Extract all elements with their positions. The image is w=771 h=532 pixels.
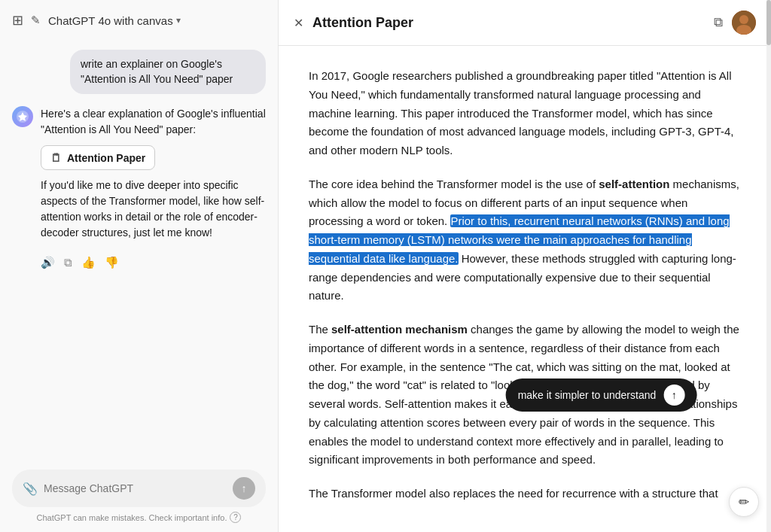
tooltip-send-button[interactable]: ↑ [663,385,684,406]
assistant-text-block: Here's a clear explanation of Google's i… [41,106,266,241]
help-icon[interactable]: ? [230,512,241,523]
edit-fab-button[interactable]: ✏ [729,487,759,517]
app-title: ChatGPT 4o with canvas ▾ [48,14,181,27]
thumbs-up-icon[interactable]: 👍 [81,256,96,269]
send-button[interactable]: ↑ [233,477,255,500]
tooltip-bar: make it simpler to understand ↑ [506,378,697,412]
speaker-icon[interactable]: 🔊 [41,256,55,269]
chevron-down-icon[interactable]: ▾ [176,15,181,26]
document-content: In 2017, Google researchers published a … [279,46,771,532]
right-header: ✕ Attention Paper ⧉ [279,0,771,46]
scrollbar-track [766,0,771,532]
svg-point-2 [739,15,748,24]
assistant-message: Here's a clear explanation of Google's i… [12,106,266,241]
chat-messages: write an explainer on Google's "Attentio… [0,41,278,461]
pencil-icon: ✏ [739,494,749,510]
thumbs-down-icon[interactable]: 👎 [105,256,119,269]
assistant-intro-text: Here's a clear explanation of Google's i… [41,106,266,138]
document-title: Attention Paper [312,15,703,31]
bold-self-attention: self-attention [599,178,669,190]
attachment-icon[interactable]: 📎 [23,482,38,496]
document-icon: 🗒 [50,151,62,164]
copy-document-button[interactable]: ⧉ [712,14,724,32]
edit-icon[interactable]: ✎ [31,14,41,27]
left-footer: 📎 ↑ ChatGPT can make mistakes. Check imp… [0,461,278,532]
copy-icon[interactable]: ⧉ [64,256,72,269]
close-icon[interactable]: ✕ [294,16,303,30]
send-arrow-icon: ↑ [242,482,247,494]
footer-disclaimer: ChatGPT can make mistakes. Check importa… [12,507,266,526]
paragraph-2: The core idea behind the Transformer mod… [309,175,741,306]
message-input-area: 📎 ↑ [12,470,266,507]
send-icon: ↑ [672,389,677,401]
user-message-bubble: write an explainer on Google's "Attentio… [70,50,266,94]
header-actions: ⧉ [712,11,756,35]
right-panel: ✕ Attention Paper ⧉ In 2017, Google rese… [279,0,771,532]
bold-self-attention-mechanism: self-attention mechanism [331,323,468,336]
attention-paper-button[interactable]: 🗒 Attention Paper [41,145,155,170]
follow-up-text: If you'd like me to dive deeper into spe… [41,178,266,241]
left-panel: ⊞ ✎ ChatGPT 4o with canvas ▾ write an ex… [0,0,279,532]
assistant-avatar [12,106,33,127]
paragraph-4-start: The Transformer model also replaces the … [309,485,741,503]
left-header: ⊞ ✎ ChatGPT 4o with canvas ▾ [0,0,278,41]
scrollbar-thumb[interactable] [766,0,771,45]
sidebar-toggle-icon[interactable]: ⊞ [12,12,23,29]
message-actions: 🔊 ⧉ 👍 👎 [12,253,266,269]
user-avatar [732,11,756,35]
message-input[interactable] [44,482,227,494]
paragraph-1: In 2017, Google researchers published a … [309,67,741,160]
